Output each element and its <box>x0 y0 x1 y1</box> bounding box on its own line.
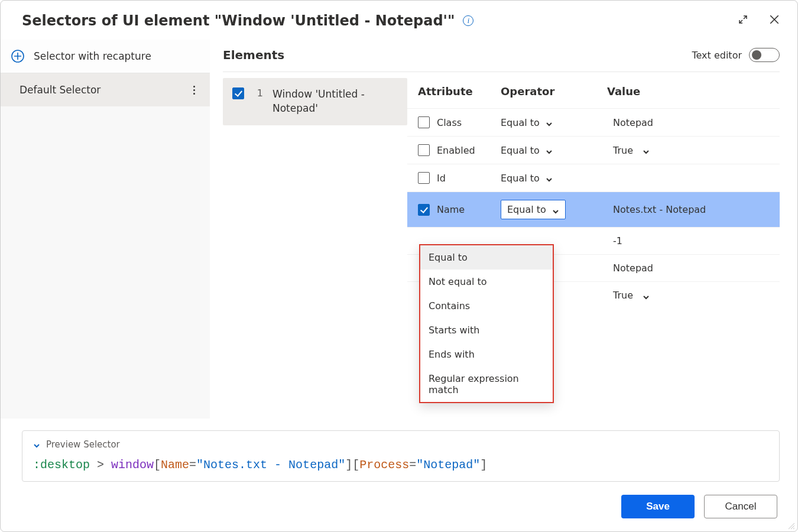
attribute-name: Class <box>437 117 462 128</box>
cancel-button[interactable]: Cancel <box>704 495 777 518</box>
chevron-down-icon <box>552 206 559 213</box>
operator-option[interactable]: Ends with <box>420 342 553 366</box>
operator-option[interactable]: Equal to <box>420 245 553 270</box>
attribute-value[interactable]: Notes.txt - Notepad <box>613 204 706 215</box>
attribute-value[interactable]: Notepad <box>613 117 653 128</box>
operator-value: Equal to <box>501 173 540 184</box>
element-row[interactable]: 1 Window 'Untitled - Notepad' <box>223 78 407 125</box>
selector-builder-dialog: Selectors of UI element "Window 'Untitle… <box>0 0 798 532</box>
operator-value: Equal to <box>501 145 540 156</box>
attribute-row[interactable]: IdEqual to <box>407 164 780 192</box>
chevron-down-icon <box>643 147 650 154</box>
operator-option[interactable]: Regular expression match <box>420 366 553 402</box>
sidebar-item-label: Default Selector <box>20 84 100 96</box>
operator-value: Equal to <box>507 204 546 215</box>
preview-label: Preview Selector <box>46 439 120 450</box>
add-selector-label: Selector with recapture <box>34 50 151 62</box>
attribute-checkbox[interactable] <box>418 144 430 156</box>
col-value: Value <box>607 85 780 98</box>
operator-select[interactable]: Equal to <box>501 145 553 156</box>
attribute-checkbox[interactable] <box>418 172 430 184</box>
sidebar-item-default-selector[interactable]: Default Selector <box>1 73 210 106</box>
more-vertical-icon[interactable] <box>189 86 199 95</box>
add-selector-button[interactable]: Selector with recapture <box>1 40 210 73</box>
operator-select[interactable]: Equal to <box>501 117 553 128</box>
attribute-name: Enabled <box>437 145 475 156</box>
chevron-down-icon <box>643 292 650 299</box>
attribute-value[interactable]: True <box>613 145 633 156</box>
operator-dropdown[interactable]: Equal toNot equal toContainsStarts withE… <box>419 244 554 403</box>
attribute-value[interactable]: True <box>613 290 633 301</box>
operator-option[interactable]: Starts with <box>420 318 553 342</box>
chevron-down-icon <box>546 174 553 181</box>
preview-selector-panel: Preview Selector :desktop > window[Name=… <box>22 430 780 482</box>
element-checkbox[interactable] <box>232 87 244 99</box>
attribute-checkbox[interactable] <box>418 204 430 216</box>
info-icon[interactable]: i <box>463 15 473 26</box>
col-attribute: Attribute <box>418 85 501 98</box>
titlebar: Selectors of UI element "Window 'Untitle… <box>1 1 797 38</box>
elements-list: 1 Window 'Untitled - Notepad' <box>223 72 407 419</box>
preview-toggle[interactable]: Preview Selector <box>33 439 768 450</box>
operator-option[interactable]: Contains <box>420 294 553 318</box>
col-operator: Operator <box>501 85 607 98</box>
selector-sidebar: Selector with recapture Default Selector <box>1 38 210 419</box>
footer: Save Cancel <box>1 490 797 531</box>
preview-code: :desktop > window[Name="Notes.txt - Note… <box>33 458 768 472</box>
attribute-name: Id <box>437 173 446 184</box>
resize-grip-icon[interactable] <box>787 521 795 529</box>
chevron-down-icon <box>546 119 553 126</box>
attribute-value[interactable]: Notepad <box>613 262 653 274</box>
close-icon[interactable] <box>769 14 780 27</box>
operator-select[interactable]: Equal to <box>501 200 566 219</box>
element-index: 1 <box>254 87 263 99</box>
attribute-checkbox[interactable] <box>418 116 430 128</box>
text-editor-toggle[interactable] <box>749 48 780 62</box>
attribute-row[interactable]: ClassEqual toNotepad <box>407 108 780 136</box>
attribute-name: Name <box>437 204 465 215</box>
element-label: Window 'Untitled - Notepad' <box>273 87 398 116</box>
attribute-value[interactable]: -1 <box>613 235 622 246</box>
save-button[interactable]: Save <box>621 495 695 518</box>
dialog-title: Selectors of UI element "Window 'Untitle… <box>22 12 455 29</box>
chevron-down-icon <box>546 147 553 154</box>
elements-heading: Elements <box>223 48 284 62</box>
chevron-down-icon <box>33 441 40 448</box>
operator-value: Equal to <box>501 117 540 128</box>
text-editor-label: Text editor <box>692 50 742 61</box>
operator-option[interactable]: Not equal to <box>420 270 553 294</box>
attribute-row[interactable]: EnabledEqual toTrue <box>407 136 780 164</box>
operator-select[interactable]: Equal to <box>501 173 553 184</box>
plus-circle-icon <box>11 50 24 63</box>
expand-icon[interactable] <box>738 15 748 27</box>
attribute-row[interactable]: NameEqual toNotes.txt - Notepad <box>407 192 780 227</box>
